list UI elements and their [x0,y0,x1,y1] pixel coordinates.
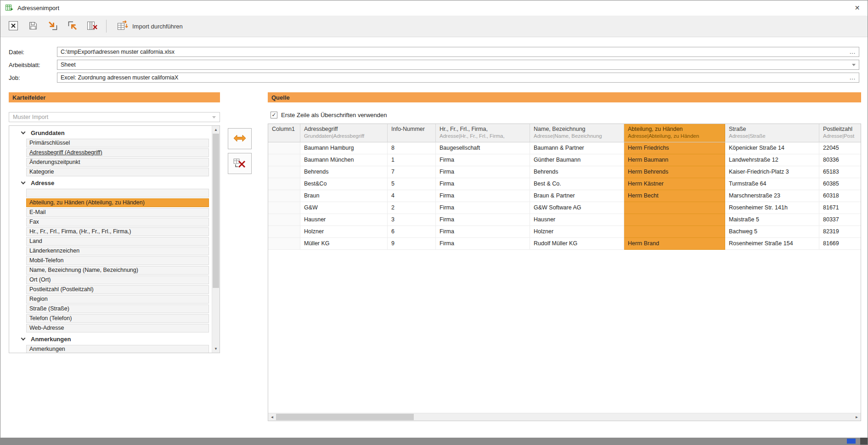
table-cell[interactable]: Holzner [530,226,624,238]
table-cell[interactable]: Braun & Partner [530,190,624,202]
field-item[interactable]: Adressbegriff (Adressbegriff) [26,148,209,157]
table-cell[interactable]: 7 [388,166,436,178]
field-item[interactable]: Postleitzahl (Postleitzahl) [26,285,209,294]
table-cell[interactable]: 6 [388,226,436,238]
table-cell[interactable]: 81669 [819,238,861,250]
browse-job-button[interactable]: ... [850,74,856,81]
resize-grip[interactable] [860,438,868,445]
table-cell[interactable]: Rosenheimer Str. 141h [725,202,819,214]
column-header[interactable]: Abteilung, zu HändenAdresse|Abteilung, z… [624,124,725,142]
column-header[interactable]: PostleitzahlAdresse|Post [819,124,861,142]
field-item[interactable]: Fax [26,218,209,226]
column-header[interactable]: Name, BezeichnungAdresse|Name, Bezeichnu… [530,124,624,142]
table-cell[interactable] [268,190,300,202]
field-item[interactable]: Name, Bezeichnung (Name, Bezeichnung) [26,266,209,275]
assign-field-button[interactable] [228,128,252,149]
field-item[interactable]: Region [26,295,209,304]
table-row[interactable]: Behrends7FirmaBehrendsHerrn BehrendsKais… [268,166,861,178]
table-cell[interactable]: 60385 [819,178,861,190]
field-item[interactable]: E-Mail [26,208,209,217]
table-cell[interactable] [268,214,300,226]
field-item[interactable]: Mobil-Telefon [26,256,209,265]
table-cell[interactable]: Kaiser-Friedrich-Platz 3 [725,166,819,178]
column-header[interactable]: Info-Nummer [388,124,436,142]
table-cell[interactable]: Herrn Kästner [624,178,725,190]
column-header[interactable]: Hr., Fr., Frl., Firma,Adresse|Hr., Fr., … [436,124,530,142]
table-cell[interactable]: Köpenicker Straße 14 [725,142,819,154]
scroll-left-button[interactable]: ◄ [268,413,276,421]
table-cell[interactable]: Baugesellschaft [436,142,530,154]
table-cell[interactable]: Baumann Hamburg [300,142,388,154]
table-cell[interactable] [268,178,300,190]
scroll-right-button[interactable]: ► [853,413,861,421]
cancel-button[interactable] [5,18,22,34]
table-cell[interactable]: 5 [388,178,436,190]
table-cell[interactable]: Firma [436,190,530,202]
horizontal-scrollbar-thumb[interactable] [276,414,414,420]
table-cell[interactable]: 65183 [819,166,861,178]
table-cell[interactable]: 22045 [819,142,861,154]
field-item[interactable]: Länderkennzeichen [26,247,209,255]
table-cell[interactable]: Bachweg 5 [725,226,819,238]
table-cell[interactable]: Behrends [530,166,624,178]
table-cell[interactable]: 80337 [819,214,861,226]
column-header[interactable]: StraßeAdresse|Straße [725,124,819,142]
table-row[interactable]: Braun4FirmaBraun & PartnerHerrn BechtMar… [268,190,861,202]
table-cell[interactable]: Holzner [300,226,388,238]
table-cell[interactable]: Braun [300,190,388,202]
table-cell[interactable]: Firma [436,166,530,178]
table-cell[interactable]: Günther Baumann [530,154,624,166]
column-header[interactable]: Column1 [268,124,300,142]
table-cell[interactable]: Herrn Friedrichs [624,142,725,154]
table-cell[interactable]: 3 [388,214,436,226]
table-row[interactable]: G&W2FirmaG&W Software AGRosenheimer Str.… [268,202,861,214]
table-row[interactable]: Baumann München1FirmaGünther BaumannHerr… [268,154,861,166]
table-cell[interactable] [268,142,300,154]
field-item[interactable]: Abteilung, zu Händen (Abteilung, zu Händ… [26,198,209,207]
table-cell[interactable]: Behrends [300,166,388,178]
table-row[interactable]: Hausner3FirmaHausnerMaistraße 580337 [268,214,861,226]
table-cell[interactable]: Firma [436,226,530,238]
browse-file-button[interactable]: ... [850,49,856,55]
assignment-save-button[interactable] [45,18,61,34]
field-item[interactable]: Hr., Fr., Frl., Firma, (Hr., Fr., Frl., … [26,227,209,236]
table-cell[interactable]: 81671 [819,202,861,214]
field-item[interactable]: Ort (Ort) [26,276,209,284]
table-cell[interactable] [624,226,725,238]
worksheet-select[interactable]: Sheet [57,60,859,70]
table-cell[interactable] [624,202,725,214]
horizontal-scrollbar[interactable]: ◄ ► [268,413,861,421]
table-cell[interactable]: Firma [436,238,530,250]
table-cell[interactable]: 8 [388,142,436,154]
table-cell[interactable]: Rosenheimer Straße 154 [725,238,819,250]
field-item[interactable]: Telefon (Telefon) [26,314,209,323]
table-cell[interactable]: Best & Co. [530,178,624,190]
file-input[interactable]: C:\tmpExport\adressen muster california.… [57,47,859,57]
field-item[interactable]: Anmerkungen [26,345,209,353]
table-cell[interactable] [268,166,300,178]
field-group-row[interactable]: Anmerkungen [9,333,212,345]
table-cell[interactable]: 82319 [819,226,861,238]
import-run-button[interactable]: Import durchführen [112,18,187,34]
table-cell[interactable]: G&W [300,202,388,214]
scroll-down-button[interactable]: ▼ [212,345,220,353]
table-cell[interactable]: Hausner [300,214,388,226]
table-cell[interactable]: Firma [436,154,530,166]
table-cell[interactable]: Müller KG [300,238,388,250]
table-cell[interactable]: Herrn Becht [624,190,725,202]
table-cell[interactable]: 1 [388,154,436,166]
field-item[interactable]: Web-Adresse [26,324,209,332]
job-input[interactable]: Excel: Zuordnung adressen muster califor… [57,73,859,83]
table-cell[interactable]: Herrn Baumann [624,154,725,166]
table-cell[interactable]: 60318 [819,190,861,202]
table-cell[interactable]: 9 [388,238,436,250]
vertical-scrollbar-thumb[interactable] [213,134,219,288]
field-item[interactable]: Änderungszeitpunkt [26,158,209,167]
window-close-button[interactable]: ✕ [847,0,868,16]
vertical-scrollbar[interactable]: ▲ ▼ [212,126,220,353]
table-row[interactable]: Baumann Hamburg8BaugesellschaftBaumann &… [268,142,861,154]
field-item[interactable]: Land [26,237,209,246]
table-cell[interactable]: G&W Software AG [530,202,624,214]
table-row[interactable]: Holzner6FirmaHolznerBachweg 582319 [268,226,861,238]
table-cell[interactable]: Herrn Behrends [624,166,725,178]
